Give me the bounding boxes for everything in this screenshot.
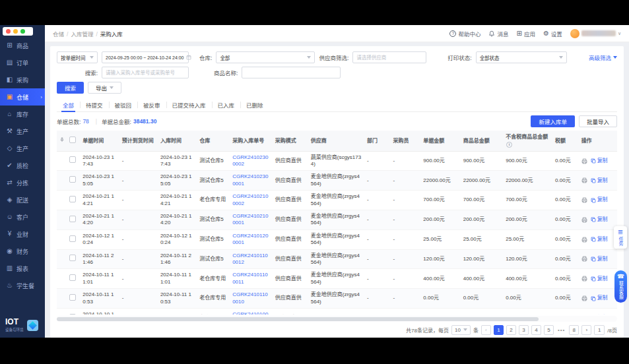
prev-page-button[interactable]: ‹ (481, 325, 491, 335)
sidebar-item-customer[interactable]: ☺ 客户 › (0, 208, 45, 226)
next-page-button[interactable]: › (581, 325, 591, 335)
order-number-link[interactable]: CGRK24101100010 (232, 291, 268, 304)
print-icon[interactable] (581, 237, 587, 243)
print-icon[interactable] (581, 158, 587, 164)
sidebar-item-student-meal[interactable]: ♨ 学生餐 › (0, 277, 45, 294)
row-checkbox[interactable] (69, 216, 76, 222)
horizontal-scrollbar-thumb[interactable] (57, 317, 539, 321)
product-name-box[interactable] (242, 67, 341, 78)
print-icon[interactable] (581, 276, 587, 282)
apps-button[interactable]: ⊞ 应用 (516, 30, 535, 38)
status-tab-3[interactable]: 被反审 (137, 98, 166, 111)
sidebar-item-warehouse[interactable]: ▣ 仓储 › (0, 88, 45, 106)
breadcrumb-item[interactable]: 入库管理 (71, 31, 93, 38)
close-window-icon[interactable] (6, 29, 11, 34)
search-button[interactable]: 搜索 (57, 82, 84, 94)
row-checkbox[interactable] (69, 196, 76, 202)
order-number-link[interactable]: CGRK24101200001 (232, 233, 268, 245)
status-tab-0[interactable]: 全部 (57, 98, 80, 111)
supplier-select[interactable] (352, 51, 426, 63)
page-number-button[interactable]: 1 (494, 325, 504, 335)
page-jump-input[interactable]: 1 (594, 325, 605, 335)
messages-button[interactable]: 消息 (488, 30, 508, 38)
print-status-select[interactable]: 全部状态 (476, 51, 567, 63)
row-checkbox[interactable] (69, 235, 76, 242)
print-icon[interactable] (581, 256, 587, 262)
status-tab-4[interactable]: 已提交待入库 (166, 98, 212, 111)
order-number-link[interactable]: CGRK24102300002 (232, 154, 268, 167)
row-checkbox[interactable] (69, 156, 76, 163)
print-icon[interactable] (581, 177, 587, 183)
order-number-link[interactable]: CGRK24101100011 (232, 272, 268, 284)
print-icon[interactable] (581, 217, 587, 223)
status-tab-5[interactable]: 已入库 (212, 98, 241, 111)
page-size-select[interactable]: 10 (451, 325, 471, 335)
print-icon[interactable] (581, 197, 587, 203)
window-controls[interactable] (3, 27, 33, 36)
order-number-link[interactable]: CGRK24101100012 (232, 253, 268, 265)
info-icon[interactable]: i (506, 142, 512, 148)
page-number-button[interactable]: 5 (544, 325, 554, 335)
page-number-button[interactable]: 4 (531, 325, 541, 335)
warehouse-select[interactable]: 全部 (216, 51, 315, 63)
sidebar-item-biz-finance[interactable]: ¥ 业财 › (0, 226, 45, 243)
settings-button[interactable]: ⚙ 设置 (543, 30, 562, 38)
user-menu[interactable]: ∨ (570, 29, 621, 38)
page-number-button[interactable]: 8 (569, 325, 579, 335)
row-checkbox[interactable] (69, 274, 76, 281)
customer-service-float-button[interactable]: ☎ 联系客服 (614, 270, 627, 303)
copy-button[interactable]: 复制 (591, 256, 608, 262)
export-button[interactable]: 导出 (88, 82, 121, 94)
sidebar-item-orders[interactable]: ▤ 订单 › (0, 54, 45, 71)
table-row[interactable]: 2024-10-21 14:20 - 2024-10-21 14:20 测试仓库… (57, 210, 617, 230)
minimize-window-icon[interactable] (13, 29, 18, 34)
table-row[interactable]: 2024-10-12 10:24 - 2024-10-12 10:24 测试仓库… (57, 229, 617, 249)
sidebar-item-production-2[interactable]: ◇ 生产 › (0, 140, 45, 157)
status-tab-2[interactable]: 被驳回 (109, 98, 138, 111)
order-number-link[interactable]: CGRK24102300001 (232, 173, 268, 186)
table-row[interactable]: 2024-10-23 15:05 - 2024-10-23 15:05 测试仓库… (57, 171, 617, 191)
date-type-select[interactable]: 按单据时间 (57, 51, 98, 63)
table-row[interactable]: 2024-10-10 19:57 - - 老仓库专用 CGRK241010000… (57, 308, 617, 315)
sidebar-item-finance[interactable]: ◉ 财务 › (0, 243, 45, 260)
supplier-input[interactable] (356, 55, 422, 61)
create-inbound-button[interactable]: 新建入库单 (531, 115, 575, 127)
copy-button[interactable]: 复制 (591, 216, 608, 223)
pin-column-header[interactable] (57, 131, 67, 151)
copy-button[interactable]: 复制 (591, 295, 608, 301)
row-checkbox[interactable] (69, 176, 76, 183)
sidebar-item-purchase[interactable]: ◧ 采购 › (0, 71, 45, 88)
order-search-input[interactable] (106, 70, 185, 76)
breadcrumb-item[interactable]: 仓储 (53, 31, 64, 38)
sidebar-item-sorting[interactable]: ⇄ 分拣 › (0, 174, 45, 191)
advanced-filter-toggle[interactable]: 高级筛选 (589, 53, 617, 61)
table-row[interactable]: 2024-10-23 17:43 - 2024-10-23 17:43 测试仓库… (57, 151, 617, 171)
task-float-button[interactable]: ≣ 任务 (614, 226, 627, 249)
copy-button[interactable]: 复制 (591, 236, 608, 243)
copy-button[interactable]: 复制 (591, 276, 608, 282)
date-range-picker[interactable]: 2024-09-25 00:00 ~ 2024-10-24 24:00 (102, 51, 189, 63)
select-all-checkbox[interactable] (69, 136, 76, 143)
page-number-button[interactable]: 3 (519, 325, 529, 335)
print-icon[interactable] (581, 295, 587, 301)
maximize-window-icon[interactable] (20, 29, 25, 34)
copy-button[interactable]: 复制 (591, 158, 608, 164)
product-name-input[interactable] (246, 70, 337, 76)
sidebar-item-reports[interactable]: ▥ 报表 › (0, 260, 45, 277)
sidebar-item-delivery[interactable]: ◈ 配送 › (0, 191, 45, 208)
status-tab-1[interactable]: 待提交 (80, 98, 109, 111)
page-number-button[interactable]: 2 (506, 325, 516, 335)
row-checkbox[interactable] (69, 294, 76, 301)
batch-import-button[interactable]: 批量导入 (579, 115, 617, 127)
sidebar-item-goods[interactable]: ⊞ 商品 › (0, 37, 45, 54)
status-tab-6[interactable]: 已删除 (240, 98, 269, 111)
copy-button[interactable]: 复制 (591, 197, 608, 203)
sidebar-item-qc[interactable]: ✔ 质检 › (0, 157, 45, 174)
order-number-link[interactable]: CGRK24101000005 (232, 311, 268, 315)
table-row[interactable]: 2024-10-11 11:01 - 2024-10-11 11:01 老仓库专… (57, 269, 617, 289)
copy-button[interactable]: 复制 (591, 177, 608, 184)
table-row[interactable]: 2024-10-11 10:53 - 2024-10-11 10:53 老仓库专… (57, 289, 617, 309)
row-checkbox[interactable] (69, 314, 76, 315)
order-search-box[interactable] (102, 67, 189, 78)
table-row[interactable]: 2024-10-11 21:46 - 2024-10-11 21:46 测试仓库… (57, 249, 617, 269)
